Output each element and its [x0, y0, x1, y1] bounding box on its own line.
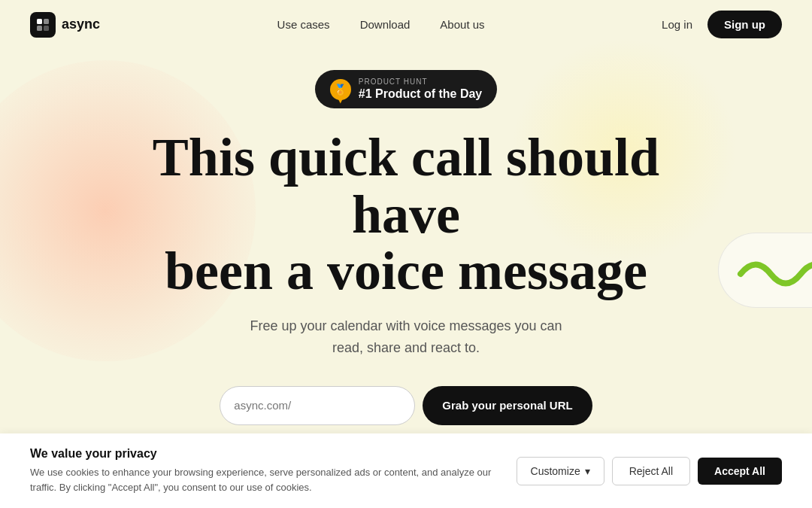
cookie-title: We value your privacy [30, 447, 517, 461]
squiggly-decoration [718, 233, 812, 308]
login-button[interactable]: Log in [662, 18, 692, 31]
navbar: async Use cases Download About us Log in… [0, 0, 812, 49]
hero-subtitle: Free up your calendar with voice message… [233, 315, 579, 359]
svg-rect-3 [44, 26, 49, 31]
nav-actions: Log in Sign up [662, 11, 782, 38]
product-hunt-badge[interactable]: 🏅 PRODUCT HUNT #1 Product of the Day [315, 70, 497, 108]
main-content: 🏅 PRODUCT HUNT #1 Product of the Day Thi… [0, 49, 812, 425]
svg-rect-0 [37, 19, 42, 24]
hero-heading-line2: been a voice message [165, 241, 647, 301]
cookie-text-area: We value your privacy We use cookies to … [30, 447, 517, 494]
nav-links: Use cases Download About us [277, 18, 485, 31]
ph-title: #1 Product of the Day [359, 87, 482, 101]
logo-icon [30, 12, 56, 38]
grab-url-button[interactable]: Grab your personal URL [423, 386, 592, 425]
nav-use-cases[interactable]: Use cases [277, 18, 330, 31]
ph-eyebrow: PRODUCT HUNT [359, 78, 482, 87]
nav-download[interactable]: Download [360, 18, 411, 31]
hero-heading-line1: This quick call should have [153, 127, 659, 245]
cookie-actions: Customize ▾ Reject All Accept All [517, 457, 782, 485]
cookie-banner: We value your privacy We use cookies to … [0, 433, 812, 508]
accept-all-button[interactable]: Accept All [698, 458, 782, 485]
chevron-down-icon: ▾ [585, 465, 590, 477]
ph-text-block: PRODUCT HUNT #1 Product of the Day [359, 78, 482, 101]
reject-all-button[interactable]: Reject All [612, 457, 690, 485]
brand-name: async [62, 17, 100, 32]
svg-rect-2 [37, 26, 42, 31]
cookie-body: We use cookies to enhance your browsing … [30, 465, 517, 494]
nav-about-us[interactable]: About us [440, 18, 484, 31]
hero-heading: This quick call should have been a voice… [94, 129, 718, 300]
brand-logo[interactable]: async [30, 12, 100, 38]
squiggly-svg [733, 248, 812, 293]
ph-medal-icon: 🏅 [330, 79, 351, 100]
svg-rect-1 [44, 19, 49, 24]
url-input[interactable] [220, 386, 415, 425]
customize-button[interactable]: Customize ▾ [517, 457, 604, 485]
url-input-area: Grab your personal URL [220, 386, 592, 425]
signup-button[interactable]: Sign up [707, 11, 782, 38]
